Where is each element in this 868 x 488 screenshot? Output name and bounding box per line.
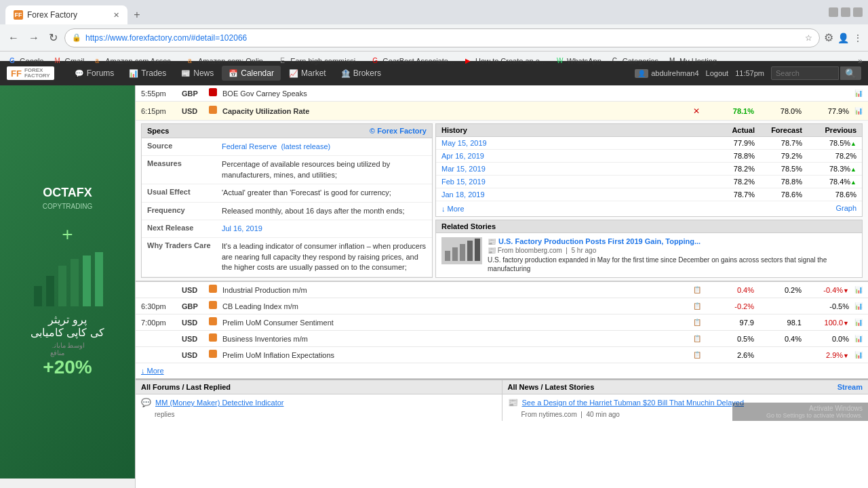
site-logo[interactable]: FF FOREXFACTORY: [7, 66, 54, 80]
cal-event-capacity: Capacity Utilization Rate: [222, 107, 693, 115]
bookmark-hosting[interactable]: M My Hosting: [665, 56, 721, 66]
nav-market[interactable]: 📈 Market: [282, 66, 333, 81]
bookmark-earn[interactable]: E Earn high commissi...: [276, 56, 366, 66]
cal-previous-cbindex: -0.5%: [802, 302, 849, 310]
bookmark-gmail[interactable]: M Gmail: [50, 56, 88, 66]
source-link[interactable]: Federal Reserve: [222, 142, 277, 150]
cal-chart-uom[interactable]: 📊: [849, 319, 863, 326]
maximize-button[interactable]: [841, 7, 850, 17]
ff-link[interactable]: © Forex Factory: [370, 127, 427, 135]
amazon2-icon: a: [188, 57, 196, 65]
nav-calendar[interactable]: 📅 Calendar: [222, 66, 281, 81]
tab-close-button[interactable]: ✕: [113, 11, 119, 20]
cal-info-industrial[interactable]: 📋: [693, 286, 707, 293]
history-date-link-2[interactable]: Mar 15, 2019: [441, 165, 486, 173]
news-item-title-link[interactable]: See a Design of the Harriet Tubman $20 B…: [522, 399, 745, 407]
source-icon: 📰: [488, 247, 496, 254]
cal-chart-boe[interactable]: 📊: [849, 89, 863, 97]
detail-close-btn[interactable]: ✕: [693, 106, 707, 116]
logo-text: FF: [11, 68, 22, 79]
cal-info-inflation[interactable]: 📋: [693, 351, 707, 359]
specs-value-nextrelease: Jul 16, 2019: [222, 224, 427, 234]
bookmark-gearbest[interactable]: G GearBest Associate...: [368, 56, 458, 66]
specs-title: Specs: [147, 127, 169, 135]
history-date-link-1[interactable]: Apr 16, 2019: [441, 152, 484, 160]
cal-info-cbindex[interactable]: 📋: [693, 302, 707, 310]
nav-forums[interactable]: 💬 Forums: [68, 66, 121, 81]
refresh-button[interactable]: ↻: [46, 28, 60, 47]
tab-title: Forex Factory: [27, 10, 77, 20]
browser-chrome: FF Forex Factory ✕ + ← → ↻ 🔒 https://www…: [0, 0, 868, 61]
menu-icon[interactable]: ⋮: [853, 33, 863, 43]
ad-middle-text: اوسط مابانہمنافع: [50, 342, 85, 357]
site-wrapper: FF FOREXFACTORY 💬 Forums 📊 Trades 📰 News…: [0, 61, 868, 488]
nav-market-label: Market: [301, 68, 326, 78]
history-date-link-0[interactable]: May 15, 2019: [441, 139, 487, 147]
close-button[interactable]: [853, 7, 863, 17]
cal-time-boe: 5:55pm: [141, 89, 182, 98]
forward-button[interactable]: →: [26, 29, 42, 47]
latest-release-link[interactable]: (latest release): [281, 142, 330, 150]
specs-value-measures: Percentage of available resources being …: [222, 159, 427, 180]
cal-chart-industrial[interactable]: 📊: [849, 286, 863, 293]
nav-trades[interactable]: 📊 Trades: [122, 66, 173, 81]
specs-label-why: Why Traders Care: [147, 241, 222, 249]
google-icon: G: [9, 57, 18, 65]
minimize-button[interactable]: [829, 7, 838, 17]
profile-icon[interactable]: 👤: [837, 33, 849, 43]
history-more-link[interactable]: ↓ More: [441, 205, 465, 213]
history-row-4: Jan 18, 2019 78.7% 78.6% 78.6%: [436, 188, 862, 201]
nav-brokers[interactable]: 🏦 Brokers: [334, 66, 388, 81]
history-actual-3: 78.2%: [707, 178, 755, 186]
new-tab-button[interactable]: +: [127, 5, 146, 24]
cal-chart-capacity[interactable]: 📊: [849, 107, 863, 115]
bookmark-categories[interactable]: C Categories: [608, 56, 663, 66]
bookmarks-overflow-icon[interactable]: »: [858, 56, 863, 66]
specs-label-frequency: Frequency: [147, 206, 222, 216]
history-header-label: History: [441, 126, 707, 134]
cal-chart-cbindex[interactable]: 📊: [849, 302, 863, 310]
bookmark-amazon2[interactable]: a Amazon.com: Onlin...: [184, 56, 273, 66]
cal-previous-capacity: 77.9%: [802, 107, 849, 115]
site-search-button[interactable]: 🔍: [840, 66, 861, 80]
cal-forecast-capacity: 78.0%: [754, 107, 802, 115]
history-col-previous: Previous: [802, 126, 856, 134]
history-forecast-2: 78.5%: [755, 165, 802, 173]
stream-button[interactable]: Stream: [837, 383, 863, 391]
history-date-link-3[interactable]: Feb 15, 2019: [441, 178, 486, 186]
cal-info-uom[interactable]: 📋: [693, 319, 707, 326]
graph-link[interactable]: Graph: [835, 204, 856, 212]
next-release-link[interactable]: Jul 16, 2019: [222, 224, 262, 232]
related-story-desc: U.S. factory production expanded in May …: [488, 256, 856, 273]
nav-brokers-label: Brokers: [353, 68, 381, 78]
header-search[interactable]: 🔍: [771, 66, 861, 80]
cal-currency-boe: GBP: [182, 89, 209, 98]
sidebar-ad[interactable]: OCTAFX COPYTRADING + پرو تریثرکی کاپی کا…: [0, 85, 135, 479]
site-search-input[interactable]: [771, 66, 839, 80]
bookmark-icon[interactable]: ☆: [805, 33, 812, 43]
extensions-icon[interactable]: ⚙: [824, 31, 833, 44]
more-events-link[interactable]: ↓ More: [141, 367, 164, 375]
cal-info-inventory[interactable]: 📋: [693, 335, 707, 342]
cal-impact-cbindex: [209, 301, 222, 311]
down-arrow-industrial: ▼: [843, 287, 849, 294]
related-story-title-link[interactable]: U.S. Factory Production Posts First 2019…: [498, 237, 701, 245]
categories-icon: C: [612, 57, 620, 65]
header-logout-button[interactable]: Logout: [706, 69, 729, 77]
history-date-link-4[interactable]: Jan 18, 2019: [441, 190, 485, 199]
bookmark-amazon1[interactable]: a Amazon.com Assoc...: [91, 56, 181, 66]
cal-chart-inflation[interactable]: 📊: [849, 351, 863, 359]
calendar-row-cbindex: 6:30pm GBP CB Leading Index m/m 📋 -0.2% …: [136, 298, 868, 314]
bookmark-youtube[interactable]: ▶ How to Create an e...: [461, 56, 550, 66]
forum-item-title-link[interactable]: MM (Money Maker) Detective Indicator: [155, 399, 284, 407]
cal-chart-inventory[interactable]: 📊: [849, 335, 863, 342]
bookmark-google[interactable]: G Google: [5, 56, 47, 66]
impact-inventory-icon: [209, 333, 217, 342]
nav-news[interactable]: 📰 News: [174, 66, 220, 81]
bookmark-whatsapp[interactable]: W WhatsApp: [553, 56, 606, 66]
address-bar[interactable]: 🔒 https://www.forexfactory.com/#detail=1…: [64, 28, 820, 47]
active-tab[interactable]: FF Forex Factory ✕: [5, 5, 127, 24]
bookmark-google-label: Google: [20, 57, 43, 65]
back-button[interactable]: ←: [5, 29, 22, 47]
cal-actual-uom: 97.9: [707, 319, 754, 327]
